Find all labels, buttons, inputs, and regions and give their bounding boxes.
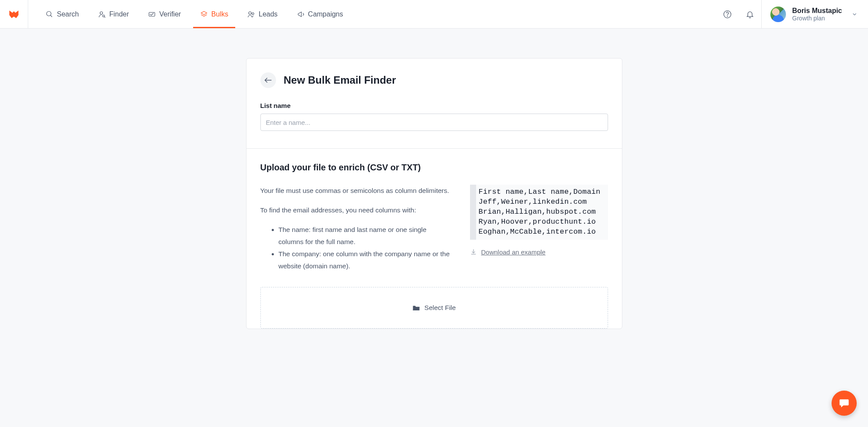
- download-icon: [470, 248, 477, 255]
- megaphone-icon: [297, 10, 305, 18]
- svg-point-8: [252, 13, 254, 15]
- nav-campaigns[interactable]: Campaigns: [290, 0, 350, 28]
- nav-label: Bulks: [211, 10, 228, 18]
- logo[interactable]: [0, 0, 28, 28]
- person-search-icon: [98, 10, 106, 18]
- file-dropzone[interactable]: Select File: [260, 287, 608, 329]
- nav-label: Finder: [109, 10, 129, 18]
- folder-open-icon: [412, 304, 420, 311]
- arrow-left-icon: [264, 77, 272, 83]
- page-title: New Bulk Email Finder: [284, 74, 396, 86]
- main: New Bulk Email Finder List name Upload y…: [0, 29, 868, 329]
- instr-bullets: The name: first name and last name or on…: [260, 224, 453, 272]
- users-icon: [247, 10, 255, 18]
- nav-label: Search: [57, 10, 79, 18]
- instructions-text: Your file must use commas or semicolons …: [260, 185, 453, 272]
- user-plan: Growth plan: [792, 15, 842, 22]
- svg-line-4: [104, 16, 105, 17]
- nav-verifier[interactable]: Verifier: [141, 0, 188, 28]
- header-right: Boris Mustapic Growth plan: [716, 0, 868, 28]
- bullet-company: The company: one column with the company…: [279, 248, 453, 272]
- chat-icon: [838, 397, 850, 409]
- svg-point-2: [100, 12, 102, 14]
- svg-marker-6: [201, 11, 207, 15]
- svg-point-0: [46, 11, 51, 16]
- select-file-label: Select File: [424, 304, 456, 312]
- upload-heading: Upload your file to enrich (CSV or TXT): [260, 163, 608, 173]
- list-name-input[interactable]: [260, 114, 608, 131]
- card-header: New Bulk Email Finder: [247, 72, 622, 102]
- nav-label: Leads: [259, 10, 278, 18]
- nav-search[interactable]: Search: [39, 0, 86, 28]
- back-button[interactable]: [260, 72, 276, 88]
- app-header: Search Finder Verifier Bulks Leads Campa…: [0, 0, 868, 29]
- svg-point-7: [249, 12, 251, 14]
- main-nav: Search Finder Verifier Bulks Leads Campa…: [28, 0, 355, 28]
- nav-finder[interactable]: Finder: [91, 0, 136, 28]
- instr-columns-intro: To find the email addresses, you need co…: [260, 204, 453, 216]
- example-column: First name,Last name,Domain Jeff,Weiner,…: [470, 185, 608, 272]
- svg-line-1: [50, 15, 52, 17]
- upload-section: Upload your file to enrich (CSV or TXT) …: [247, 149, 622, 329]
- instr-delimiters: Your file must use commas or semicolons …: [260, 185, 453, 196]
- list-name-section: List name: [247, 102, 622, 148]
- nav-label: Campaigns: [308, 10, 343, 18]
- help-icon: [723, 10, 732, 19]
- download-example-link[interactable]: Download an example: [470, 248, 608, 256]
- chevron-down-icon: [852, 11, 858, 17]
- svg-point-10: [727, 16, 728, 16]
- fox-logo-icon: [8, 8, 20, 20]
- help-button[interactable]: [716, 0, 739, 28]
- nav-leads[interactable]: Leads: [240, 0, 285, 28]
- user-menu[interactable]: Boris Mustapic Growth plan: [761, 0, 868, 28]
- notifications-button[interactable]: [739, 0, 761, 28]
- user-name: Boris Mustapic: [792, 7, 842, 15]
- example-code: First name,Last name,Domain Jeff,Weiner,…: [470, 185, 608, 240]
- nav-bulks[interactable]: Bulks: [193, 0, 235, 28]
- mail-check-icon: [148, 10, 156, 18]
- layers-icon: [200, 10, 208, 18]
- bullet-name: The name: first name and last name or on…: [279, 224, 453, 248]
- bell-icon: [746, 10, 754, 19]
- search-icon: [46, 10, 53, 18]
- instructions-row: Your file must use commas or semicolons …: [260, 185, 608, 272]
- nav-label: Verifier: [159, 10, 181, 18]
- card: New Bulk Email Finder List name Upload y…: [246, 58, 622, 329]
- download-example-label: Download an example: [481, 248, 546, 256]
- list-name-label: List name: [260, 102, 608, 109]
- svg-point-3: [102, 15, 105, 17]
- avatar: [770, 7, 786, 22]
- chat-widget-button[interactable]: [832, 391, 857, 416]
- user-meta: Boris Mustapic Growth plan: [792, 7, 842, 22]
